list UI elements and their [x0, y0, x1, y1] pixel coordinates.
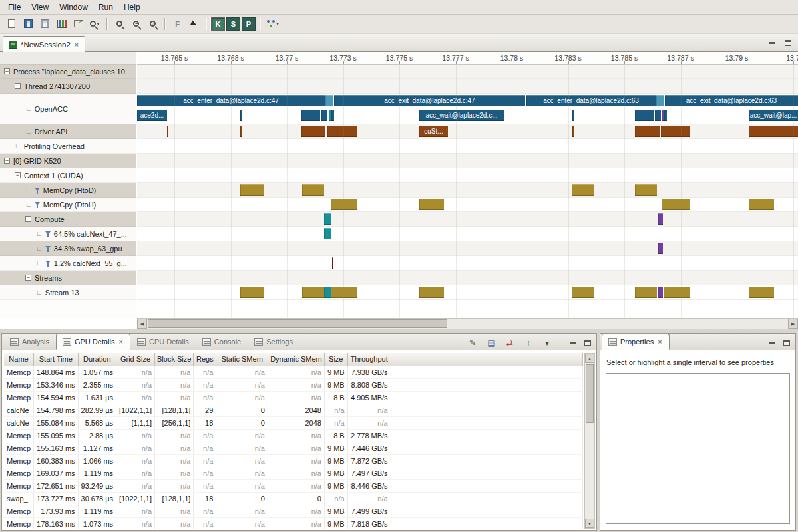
maximize-icon[interactable]: [785, 40, 791, 46]
scrollbar-thumb[interactable]: [148, 319, 447, 328]
timeline-bar[interactable]: [664, 287, 690, 298]
filter-icon[interactable]: [45, 260, 51, 267]
timeline-row-label[interactable]: −Process "laplace_data_clauses 10...: [0, 65, 136, 79]
timeline-bar[interactable]: [661, 126, 690, 137]
table-row[interactable]: Memcp148.864 ms1.057 msn/an/an/an/an/a9 …: [4, 366, 583, 378]
scroll-down-icon[interactable]: ▼: [585, 519, 594, 528]
timeline-bar[interactable]: [749, 287, 774, 298]
new-session-button[interactable]: [3, 16, 20, 31]
timeline-bar[interactable]: [302, 184, 324, 196]
timeline-bar[interactable]: acc_wait@lap...: [749, 110, 798, 121]
timeline-bar[interactable]: acc_enter_data@laplace2d.c:47: [137, 95, 325, 106]
timeline-bar[interactable]: [329, 110, 331, 121]
scroll-up-icon[interactable]: ▲: [585, 354, 594, 363]
column-header-duration[interactable]: Duration: [78, 353, 116, 366]
menu-window[interactable]: Window: [54, 1, 93, 13]
table-row[interactable]: Memcp154.594 ms1.631 µsn/an/an/an/an/a8 …: [4, 391, 583, 404]
timeline-bar[interactable]: [240, 110, 242, 121]
table-row[interactable]: Memcp173.93 ms1.119 msn/an/an/an/an/a9 M…: [4, 505, 583, 517]
menu-view[interactable]: View: [26, 1, 54, 13]
tab-cpu-details[interactable]: CPU Details: [130, 334, 196, 350]
view-menu-button[interactable]: [540, 336, 554, 348]
collapse-icon[interactable]: −: [15, 172, 21, 178]
column-header-size[interactable]: Size: [324, 353, 347, 366]
timeline-row-label[interactable]: −Compute: [0, 212, 136, 227]
pen-button[interactable]: [466, 336, 479, 348]
timeline-bar[interactable]: [635, 110, 654, 121]
filter-icon[interactable]: [45, 245, 51, 252]
session-tab[interactable]: *NewSession2 ×: [3, 36, 85, 53]
filter-icon[interactable]: [35, 201, 41, 208]
timeline-bar[interactable]: [240, 126, 242, 137]
timeline-bar[interactable]: acc_exit_data@laplace2d.c:47: [334, 95, 525, 106]
collapse-icon[interactable]: −: [15, 83, 21, 89]
timeline-bar[interactable]: [664, 110, 667, 121]
timeline-row-label[interactable]: −Streams: [0, 271, 136, 285]
table-row[interactable]: swap_173.727 ms30.678 µs[1022,1,1][128,1…: [4, 492, 583, 505]
timeline-bar[interactable]: [419, 199, 444, 210]
table-row[interactable]: Memcp160.383 ms1.066 msn/an/an/an/an/a9 …: [4, 454, 583, 467]
column-header-throughput[interactable]: Throughput: [347, 353, 391, 366]
collapse-icon[interactable]: −: [25, 275, 31, 281]
timeline-bar[interactable]: [658, 213, 663, 225]
timeline-bar[interactable]: [324, 213, 331, 225]
collapse-icon[interactable]: −: [4, 158, 10, 164]
column-header-start-time[interactable]: Start Time: [34, 353, 78, 366]
timeline-bar[interactable]: [749, 199, 774, 210]
tab-gpu-details[interactable]: GPU Details×: [56, 334, 130, 350]
timeline-row-label[interactable]: ∟OpenACC: [0, 94, 136, 124]
timeline-bar[interactable]: [662, 199, 690, 210]
table-row[interactable]: calcNe155.084 ms5.568 µs[1,1,1][256,1,1]…: [4, 416, 583, 429]
timeline-bar[interactable]: [301, 110, 320, 121]
zoom-out-button[interactable]: −: [128, 16, 144, 31]
timeline-bar[interactable]: [662, 110, 664, 121]
collapse-icon[interactable]: −: [25, 216, 31, 222]
selection-mode-button[interactable]: [186, 16, 202, 31]
timeline-bar[interactable]: [749, 126, 798, 137]
timeline-bar[interactable]: [301, 126, 325, 137]
timeline-row-label[interactable]: ∟64.5% calcNext_47_...: [0, 227, 136, 241]
timeline-row-label[interactable]: ∟MemCpy (DtoH): [0, 198, 136, 212]
menu-file[interactable]: File: [3, 1, 26, 13]
timeline-bar[interactable]: [572, 287, 594, 298]
timeline-bar[interactable]: acc_exit_data@laplace2d.c:63: [665, 95, 798, 106]
timeline-bar[interactable]: [240, 184, 264, 196]
close-icon[interactable]: ×: [74, 41, 79, 49]
close-icon[interactable]: ×: [118, 338, 124, 346]
show-chart-button[interactable]: [53, 16, 70, 31]
timeline-bar[interactable]: [332, 257, 333, 269]
timeline-bar[interactable]: [655, 110, 661, 121]
timeline-bar[interactable]: [572, 126, 574, 137]
minimize-icon[interactable]: [570, 342, 576, 344]
run-analysis-button[interactable]: ▾: [264, 16, 281, 31]
timeline-bar[interactable]: [327, 126, 357, 137]
timeline-bar[interactable]: [331, 287, 357, 298]
timeline-row-label[interactable]: −Thread 2741307200: [0, 79, 136, 94]
filter-icon[interactable]: [35, 187, 41, 194]
column-header-regs[interactable]: Regs: [194, 353, 216, 366]
timeline-bar[interactable]: [635, 184, 657, 196]
timeline-row-label[interactable]: ∟Stream 13: [0, 285, 136, 300]
column-header-dynamic-smem[interactable]: Dynamic SMem: [268, 353, 324, 366]
timeline-bar[interactable]: [321, 110, 327, 121]
table-row[interactable]: Memcp178.163 ms1.073 msn/an/an/an/an/a9 …: [4, 517, 583, 529]
timeline-row-label[interactable]: −Context 1 (CUDA): [0, 168, 136, 183]
horizontal-scrollbar[interactable]: ◀ ▶: [137, 318, 798, 329]
timeline-bar[interactable]: acc_enter_data@laplace2d.c:63: [526, 95, 656, 106]
table-row[interactable]: Memcp169.037 ms1.119 msn/an/an/an/an/a9 …: [4, 467, 583, 479]
timeline-bar[interactable]: ace2d...: [137, 110, 167, 121]
minimize-icon[interactable]: [769, 42, 775, 44]
scrollbar-thumb[interactable]: [586, 364, 594, 423]
search-button[interactable]: ▾: [87, 16, 103, 31]
column-header-static-smem[interactable]: Static SMem: [216, 353, 268, 366]
timeline-row-label[interactable]: −[0] GRID K520: [0, 154, 136, 168]
table-row[interactable]: Memcp155.163 ms1.127 msn/an/an/an/an/a9 …: [4, 442, 583, 454]
timeline-row-label[interactable]: ∟MemCpy (HtoD): [0, 183, 136, 198]
timeline-bar[interactable]: [572, 184, 594, 196]
export-button[interactable]: [522, 336, 535, 348]
kernel-timeline-toggle[interactable]: K: [211, 17, 225, 31]
zoom-in-button[interactable]: +: [111, 16, 128, 31]
menu-help[interactable]: Help: [118, 1, 146, 13]
timeline-bar[interactable]: [331, 110, 334, 121]
close-icon[interactable]: ×: [657, 338, 662, 346]
